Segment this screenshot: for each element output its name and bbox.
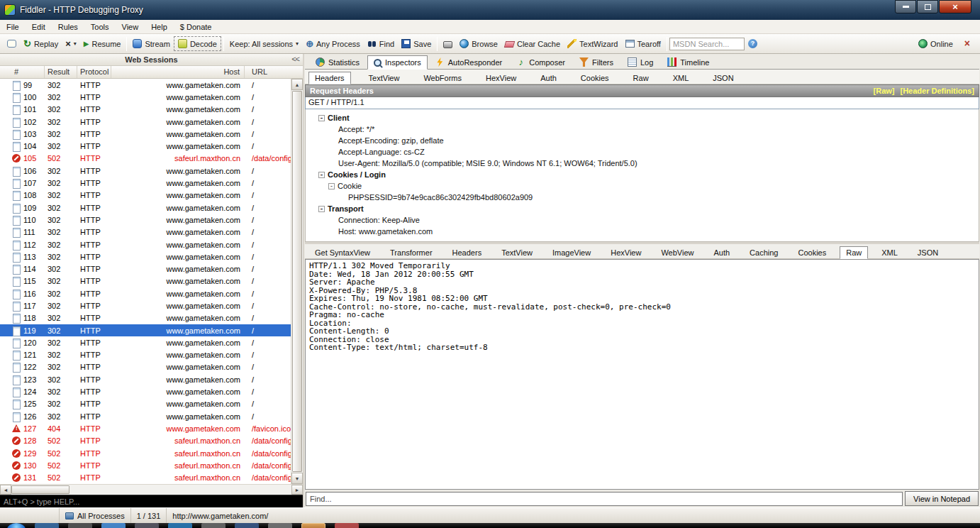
- session-row-126[interactable]: 126302HTTPwww.gametaken.com/: [0, 410, 291, 422]
- request-tab-textview[interactable]: TextView: [362, 72, 406, 84]
- menu-help[interactable]: Help: [145, 20, 174, 34]
- tearoff-button[interactable]: Tearoff: [622, 38, 664, 50]
- session-row-110[interactable]: 110302HTTPwww.gametaken.com/: [0, 214, 291, 226]
- response-raw-view[interactable]: HTTP/1.1 302 Moved Temporarily Date: Wed…: [305, 259, 979, 490]
- tab-statistics[interactable]: Statistics: [309, 55, 366, 70]
- session-row-124[interactable]: 124302HTTPwww.gametaken.com/: [0, 385, 291, 397]
- request-tab-json[interactable]: JSON: [706, 72, 740, 84]
- tree-item[interactable]: -Cookies / Login: [306, 169, 979, 180]
- session-row-129[interactable]: 129502HTTPsafeurl.maxthon.cn/data/config…: [0, 447, 291, 459]
- any-process-button[interactable]: Any Process: [302, 37, 364, 51]
- session-row-123[interactable]: 123302HTTPwww.gametaken.com/: [0, 373, 291, 385]
- collapse-icon[interactable]: -: [318, 172, 325, 178]
- taskbar-item[interactable]: [235, 523, 259, 528]
- tab-timeline[interactable]: Timeline: [661, 55, 715, 70]
- find-button[interactable]: Find: [364, 37, 398, 50]
- session-row-105[interactable]: 105502HTTPsafeurl.maxthon.cn/data/config…: [0, 153, 291, 165]
- remove-sessions-button[interactable]: ▾: [62, 37, 80, 51]
- column-header-num[interactable]: #: [0, 66, 45, 78]
- tree-item[interactable]: PHPSESSID=9b74e9cac86c302429fb4bd80602a9…: [306, 192, 979, 203]
- session-row-114[interactable]: 114302HTTPwww.gametaken.com/: [0, 263, 291, 275]
- resume-button[interactable]: Resume: [80, 37, 125, 50]
- tree-item[interactable]: -Cookie: [306, 180, 979, 192]
- tree-item[interactable]: User-Agent: Mozilla/5.0 (compatible; MSI…: [306, 158, 979, 169]
- response-tab-json[interactable]: JSON: [911, 246, 945, 259]
- response-tab-webview[interactable]: WebView: [655, 246, 700, 259]
- raw-link[interactable]: [Raw]: [874, 87, 895, 95]
- session-row-125[interactable]: 125302HTTPwww.gametaken.com/: [0, 398, 291, 410]
- request-tab-cookies[interactable]: Cookies: [574, 72, 616, 84]
- response-tab-headers[interactable]: Headers: [446, 246, 489, 259]
- vertical-scrollbar[interactable]: ▲ ▼: [291, 79, 303, 484]
- maximize-button[interactable]: [917, 0, 938, 13]
- session-row-120[interactable]: 120302HTTPwww.gametaken.com/: [0, 336, 291, 348]
- session-row-104[interactable]: 104302HTTPwww.gametaken.com/: [0, 140, 291, 152]
- hide-toolbar-button[interactable]: [961, 37, 974, 51]
- collapse-icon[interactable]: -: [318, 115, 325, 121]
- save-button[interactable]: Save: [398, 37, 435, 50]
- response-tab-imageview[interactable]: ImageView: [546, 246, 597, 259]
- menu-file[interactable]: File: [0, 20, 26, 34]
- collapse-icon[interactable]: -: [328, 183, 335, 189]
- minimize-button[interactable]: [895, 0, 916, 13]
- response-tab-textview[interactable]: TextView: [495, 246, 539, 259]
- response-tab-get-syntaxview[interactable]: Get SyntaxView: [308, 246, 377, 259]
- textwizard-button[interactable]: TextWizard: [564, 37, 621, 50]
- session-row-122[interactable]: 122302HTTPwww.gametaken.com/: [0, 361, 291, 373]
- menu-rules[interactable]: Rules: [52, 20, 84, 34]
- taskbar-item[interactable]: [68, 523, 92, 528]
- capturing-indicator[interactable]: [0, 508, 60, 523]
- quickexec-box[interactable]: ALT+Q > type HELP...: [0, 495, 303, 507]
- session-row-106[interactable]: 106302HTTPwww.gametaken.com/: [0, 165, 291, 177]
- session-row-103[interactable]: 103302HTTPwww.gametaken.com/: [0, 128, 291, 140]
- decode-button[interactable]: Decode: [174, 36, 221, 51]
- process-filter[interactable]: All Processes: [60, 508, 131, 523]
- taskbar-item[interactable]: [135, 523, 159, 528]
- taskbar-item[interactable]: [35, 523, 59, 528]
- header-definitions-link[interactable]: [Header Definitions]: [900, 87, 974, 95]
- menu-edit[interactable]: Edit: [26, 20, 52, 34]
- request-tab-hexview[interactable]: HexView: [479, 72, 523, 84]
- tree-item[interactable]: Accept: */*: [306, 123, 979, 135]
- response-tab-transformer[interactable]: Transformer: [384, 246, 439, 259]
- request-tab-headers[interactable]: Headers: [308, 72, 351, 84]
- tree-item[interactable]: Connection: Keep-Alive: [306, 214, 979, 226]
- response-tab-xml[interactable]: XML: [875, 246, 904, 259]
- scroll-left-icon[interactable]: ◄: [0, 485, 11, 495]
- session-row-121[interactable]: 121302HTTPwww.gametaken.com/: [0, 349, 291, 361]
- collapse-icon[interactable]: -: [318, 206, 325, 212]
- taskbar[interactable]: [0, 523, 980, 528]
- scrollbar-thumb[interactable]: [11, 485, 69, 494]
- session-row-100[interactable]: 100302HTTPwww.gametaken.com/: [0, 91, 291, 103]
- scroll-right-icon[interactable]: ►: [291, 485, 303, 495]
- tree-item[interactable]: Host: www.gametaken.com: [306, 226, 979, 237]
- browse-button[interactable]: Browse: [456, 37, 501, 50]
- online-indicator[interactable]: Online: [915, 37, 957, 50]
- column-header-protocol[interactable]: Protocol: [77, 66, 111, 78]
- session-row-130[interactable]: 130502HTTPsafeurl.maxthon.cn/data/config…: [0, 459, 291, 471]
- column-header-result[interactable]: Result: [45, 66, 77, 78]
- session-row-108[interactable]: 108302HTTPwww.gametaken.com/: [0, 189, 291, 202]
- response-tab-auth[interactable]: Auth: [707, 246, 736, 259]
- tree-item[interactable]: -Transport: [306, 203, 979, 214]
- scrollbar-thumb[interactable]: [292, 91, 302, 472]
- session-row-101[interactable]: 101302HTTPwww.gametaken.com/: [0, 104, 291, 116]
- taskbar-item[interactable]: [101, 523, 126, 528]
- request-tab-xml[interactable]: XML: [667, 72, 696, 84]
- taskbar-item[interactable]: [168, 523, 192, 528]
- column-header-url[interactable]: URL: [245, 66, 303, 78]
- horizontal-scrollbar[interactable]: ◄ ►: [0, 484, 303, 495]
- collapse-panel-button[interactable]: <<: [291, 55, 299, 63]
- comment-button[interactable]: [4, 38, 20, 50]
- tab-composer[interactable]: Composer: [510, 55, 572, 70]
- start-orb-icon[interactable]: [7, 523, 26, 528]
- session-row-115[interactable]: 115302HTTPwww.gametaken.com/: [0, 275, 291, 287]
- session-row-118[interactable]: 118302HTTPwww.gametaken.com/: [0, 312, 291, 324]
- view-in-notepad-button[interactable]: View in Notepad: [905, 491, 979, 506]
- clear-cache-button[interactable]: Clear Cache: [501, 38, 564, 50]
- screenshot-button[interactable]: [440, 38, 456, 50]
- session-row-111[interactable]: 111302HTTPwww.gametaken.com/: [0, 226, 291, 238]
- request-tab-auth[interactable]: Auth: [534, 72, 563, 84]
- request-tab-raw[interactable]: Raw: [627, 72, 655, 84]
- session-row-109[interactable]: 109302HTTPwww.gametaken.com/: [0, 202, 291, 214]
